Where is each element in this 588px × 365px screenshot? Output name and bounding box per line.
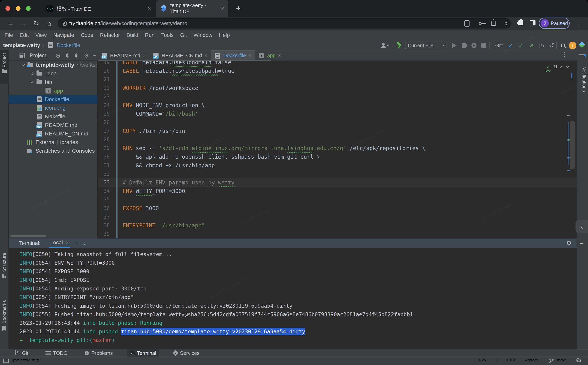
run-with-coverage-icon[interactable] xyxy=(470,41,478,49)
chevron-up-icon[interactable] xyxy=(560,66,563,69)
line-number[interactable]: 20 xyxy=(98,68,114,74)
new-tab-button[interactable]: + xyxy=(233,4,243,13)
lock-icon[interactable] xyxy=(577,358,581,363)
chevron-down-icon[interactable] xyxy=(566,65,569,68)
tree-item-dockerfile[interactable]: Dockerfile xyxy=(9,95,98,104)
key-icon[interactable] xyxy=(476,20,484,26)
extensions-puzzle-icon[interactable] xyxy=(517,20,525,27)
terminal-minimize-icon[interactable]: − xyxy=(579,239,583,247)
reload-button[interactable]: ↻ xyxy=(32,19,41,28)
menu-view[interactable]: View xyxy=(32,32,50,38)
indent-setting[interactable]: 4 spaces xyxy=(525,358,538,362)
share-icon[interactable] xyxy=(490,20,497,27)
close-icon[interactable]: × xyxy=(248,53,251,59)
tree-item-makefile[interactable]: Makefile xyxy=(9,112,98,121)
tree-item-icon-png[interactable]: icon.png xyxy=(9,104,98,112)
inspections-widget[interactable]: ✓ 9 xyxy=(546,63,569,70)
browser-tab-inactive[interactable]: ‹t› 模板 - TitanIDE × xyxy=(42,0,155,17)
toolwindow-problems[interactable]: Problems xyxy=(82,349,116,357)
tree-item-scratches-and-consoles[interactable]: Scratches and Consoles xyxy=(9,147,98,155)
forward-button[interactable]: → xyxy=(19,19,28,28)
terminal-gear-icon[interactable]: ⚙ xyxy=(566,239,572,247)
line-number[interactable]: 26 xyxy=(98,119,114,125)
profile-button[interactable]: J Paused xyxy=(539,18,570,29)
line-number[interactable]: 19 xyxy=(98,61,114,65)
menu-edit[interactable]: Edit xyxy=(16,32,32,38)
line-number[interactable]: 27 xyxy=(98,128,114,134)
line-number[interactable]: 24 xyxy=(98,102,114,108)
tree-item-template-wetty[interactable]: template-wetty~/workspac xyxy=(9,61,98,69)
lock-icon[interactable] xyxy=(63,23,67,26)
line-number[interactable]: 30 xyxy=(98,154,114,160)
home-button[interactable]: ⌂ xyxy=(44,19,54,28)
back-button[interactable]: ← xyxy=(6,19,15,28)
close-icon[interactable]: × xyxy=(66,240,69,246)
git-branch-name[interactable]: master xyxy=(556,358,566,362)
clipboard-icon[interactable] xyxy=(463,20,471,28)
menu-navigate[interactable]: Navigate xyxy=(50,32,77,38)
breadcrumb-project[interactable]: template-wetty xyxy=(3,42,40,49)
line-separator[interactable]: LF xyxy=(496,358,500,362)
rollback-icon[interactable]: ↺ xyxy=(547,41,556,49)
menu-help[interactable]: Help xyxy=(216,32,233,38)
tree-item-bin[interactable]: bin xyxy=(9,78,98,86)
hide-panel-icon[interactable]: − xyxy=(92,50,96,61)
side-panel-icon[interactable] xyxy=(529,20,536,27)
close-window-button[interactable] xyxy=(6,6,10,11)
line-number[interactable]: 33 xyxy=(98,180,114,185)
editor-tab-app[interactable]: ›app× xyxy=(255,50,284,61)
menu-window[interactable]: Window xyxy=(190,32,216,38)
git-push-icon[interactable]: ↗ xyxy=(527,41,536,49)
reader-mode-icon[interactable] xyxy=(379,41,391,49)
menu-run[interactable]: Run xyxy=(141,32,158,38)
notifications-bell-icon[interactable] xyxy=(579,54,586,61)
caret-position[interactable]: 33:35 xyxy=(478,358,486,362)
browser-tab-active[interactable]: template-wetty - TitanIDE × xyxy=(156,0,228,17)
line-number[interactable]: 37 xyxy=(98,214,114,220)
line-number[interactable]: 31 xyxy=(98,162,114,168)
close-icon[interactable]: × xyxy=(204,53,207,59)
toolwindow-git[interactable]: Git xyxy=(11,349,31,357)
close-icon[interactable]: × xyxy=(143,53,146,59)
line-number[interactable]: 36 xyxy=(98,205,114,211)
tree-item-external-libraries[interactable]: External Libraries xyxy=(9,138,98,147)
collapse-panel-button[interactable]: ‹ xyxy=(575,220,588,233)
line-number[interactable]: 39 xyxy=(98,231,114,237)
editor-scrollbar[interactable] xyxy=(570,121,575,169)
close-icon[interactable]: × xyxy=(278,53,281,59)
line-number[interactable]: 29 xyxy=(98,145,114,151)
line-number[interactable]: 23 xyxy=(98,94,114,99)
breadcrumb-file[interactable]: Dockerfile xyxy=(57,42,80,49)
menu-code[interactable]: Code xyxy=(77,32,97,38)
close-icon[interactable]: × xyxy=(221,5,224,12)
browser-menu-icon[interactable]: ⋮ xyxy=(576,19,582,26)
menu-file[interactable]: File xyxy=(1,32,16,38)
tree-item-readme-cn-md[interactable]: README_CN.md xyxy=(9,129,98,138)
terminal-output[interactable]: INFO[0050] Taking snapshot of full files… xyxy=(9,248,577,349)
update-available-icon[interactable]: ↑ xyxy=(568,41,577,49)
chevron-down-icon[interactable] xyxy=(84,240,86,246)
menu-build[interactable]: Build xyxy=(123,32,141,38)
editor-options-icon[interactable]: ⋮ xyxy=(561,51,567,58)
tree-item-readme-md[interactable]: README.md xyxy=(9,121,98,129)
gear-icon[interactable]: ⚙ xyxy=(84,50,89,61)
close-icon[interactable]: × xyxy=(147,5,151,12)
run-icon[interactable] xyxy=(451,41,458,49)
collapse-all-icon[interactable]: ⇞ xyxy=(74,50,79,61)
line-number[interactable]: 21 xyxy=(98,77,114,82)
sidebar-item-project[interactable]: Project xyxy=(0,50,9,84)
address-bar[interactable]: try.titanide.cn/ide/web/coding/template-… xyxy=(58,18,511,28)
menu-tools[interactable]: Tools xyxy=(158,32,177,38)
menu-git[interactable]: Git xyxy=(177,32,190,38)
horizontal-scrollbar[interactable] xyxy=(10,235,46,237)
line-number[interactable]: 35 xyxy=(98,197,114,203)
line-number[interactable]: 38 xyxy=(98,223,114,228)
toolwindow-todo[interactable]: TODO xyxy=(42,349,71,357)
expand-all-icon[interactable]: ⇟ xyxy=(65,50,70,61)
git-update-icon[interactable]: ↙ xyxy=(506,41,515,49)
build-hammer-icon[interactable] xyxy=(395,41,404,49)
chevron-right-icon[interactable] xyxy=(28,73,36,75)
minimize-window-button[interactable] xyxy=(16,6,21,11)
line-number[interactable]: 32 xyxy=(98,171,114,177)
tree-item--idea[interactable]: .idea xyxy=(9,69,98,78)
